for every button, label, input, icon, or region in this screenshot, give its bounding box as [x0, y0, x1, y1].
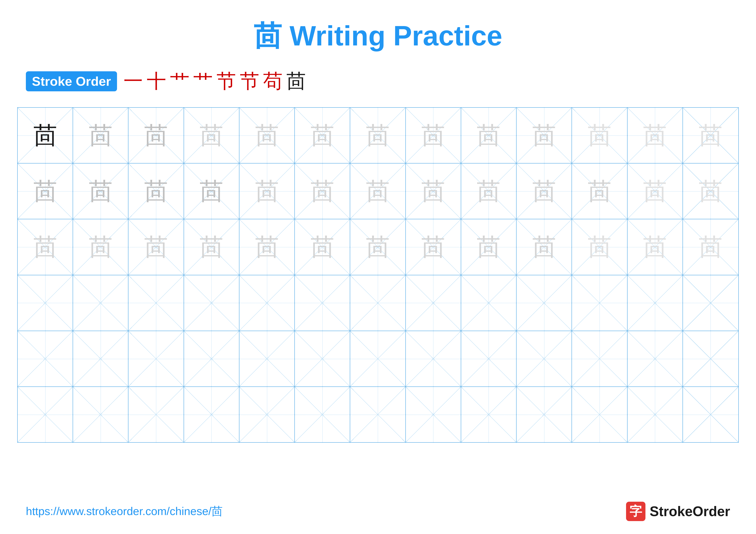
cell-r6-c10[interactable]	[517, 387, 572, 442]
cell-r6-c13[interactable]	[683, 387, 738, 442]
cell-r3-c13[interactable]: 茴	[683, 219, 738, 275]
grid-row-4	[18, 275, 738, 331]
stroke-1: 一	[123, 68, 143, 94]
char-r2-c10: 茴	[532, 179, 556, 203]
cell-r3-c5[interactable]: 茴	[239, 219, 295, 275]
cell-r3-c3[interactable]: 茴	[128, 219, 184, 275]
cell-r5-c10[interactable]	[517, 331, 572, 387]
cell-r6-c9[interactable]	[461, 387, 517, 442]
cell-r2-c9[interactable]: 茴	[461, 164, 517, 219]
cell-r5-c7[interactable]	[350, 331, 406, 387]
cell-r6-c12[interactable]	[628, 387, 683, 442]
cell-r2-c13[interactable]: 茴	[683, 164, 738, 219]
char-r3-c5: 茴	[255, 235, 279, 259]
cell-r5-c8[interactable]	[406, 331, 461, 387]
cell-r1-c4[interactable]: 茴	[184, 108, 239, 163]
cell-r1-c6[interactable]: 茴	[295, 108, 350, 163]
cell-r5-c9[interactable]	[461, 331, 517, 387]
cell-r4-c7[interactable]	[350, 275, 406, 331]
cell-r5-c12[interactable]	[628, 331, 683, 387]
title-chinese-char: 茴	[254, 20, 282, 51]
cell-r4-c9[interactable]	[461, 275, 517, 331]
cell-r1-c13[interactable]: 茴	[683, 108, 738, 163]
cell-r4-c4[interactable]	[184, 275, 239, 331]
cell-r4-c13[interactable]	[683, 275, 738, 331]
stroke-8: 茴	[286, 68, 306, 94]
char-r1-c8: 茴	[421, 124, 445, 147]
cell-r4-c8[interactable]	[406, 275, 461, 331]
cell-r2-c12[interactable]: 茴	[628, 164, 683, 219]
cell-r1-c2[interactable]: 茴	[73, 108, 128, 163]
cell-r4-c2[interactable]	[73, 275, 128, 331]
cell-r2-c3[interactable]: 茴	[128, 164, 184, 219]
cell-r5-c3[interactable]	[128, 331, 184, 387]
cell-r6-c1[interactable]	[18, 387, 73, 442]
cell-r6-c3[interactable]	[128, 387, 184, 442]
cell-r6-c4[interactable]	[184, 387, 239, 442]
cell-r5-c13[interactable]	[683, 331, 738, 387]
char-r2-c4: 茴	[200, 179, 223, 203]
cell-r3-c8[interactable]: 茴	[406, 219, 461, 275]
cell-r5-c11[interactable]	[572, 331, 627, 387]
stroke-order-chars: 一 十 艹 艹 节 节 苟 茴	[123, 68, 306, 94]
cell-r3-c7[interactable]: 茴	[350, 219, 406, 275]
cell-r3-c6[interactable]: 茴	[295, 219, 350, 275]
cell-r2-c7[interactable]: 茴	[350, 164, 406, 219]
cell-r1-c3[interactable]: 茴	[128, 108, 184, 163]
cell-r2-c5[interactable]: 茴	[239, 164, 295, 219]
cell-r1-c5[interactable]: 茴	[239, 108, 295, 163]
cell-r3-c2[interactable]: 茴	[73, 219, 128, 275]
cell-r2-c10[interactable]: 茴	[517, 164, 572, 219]
cell-r5-c6[interactable]	[295, 331, 350, 387]
char-r3-c6: 茴	[310, 235, 334, 259]
cell-r3-c11[interactable]: 茴	[572, 219, 627, 275]
cell-r1-c11[interactable]: 茴	[572, 108, 627, 163]
char-r1-c1: 茴	[33, 124, 57, 147]
char-r2-c13: 茴	[699, 179, 722, 203]
cell-r4-c5[interactable]	[239, 275, 295, 331]
cell-r5-c5[interactable]	[239, 331, 295, 387]
cell-r5-c2[interactable]	[73, 331, 128, 387]
cell-r4-c3[interactable]	[128, 275, 184, 331]
char-r1-c3: 茴	[144, 124, 168, 147]
cell-r2-c1[interactable]: 茴	[18, 164, 73, 219]
cell-r4-c12[interactable]	[628, 275, 683, 331]
cell-r6-c7[interactable]	[350, 387, 406, 442]
cell-r4-c1[interactable]	[18, 275, 73, 331]
cell-r1-c1[interactable]: 茴	[18, 108, 73, 163]
cell-r2-c8[interactable]: 茴	[406, 164, 461, 219]
cell-r1-c12[interactable]: 茴	[628, 108, 683, 163]
cell-r1-c10[interactable]: 茴	[517, 108, 572, 163]
footer-url[interactable]: https://www.strokeorder.com/chinese/茴	[26, 504, 223, 519]
cell-r4-c11[interactable]	[572, 275, 627, 331]
cell-r6-c2[interactable]	[73, 387, 128, 442]
cell-r5-c4[interactable]	[184, 331, 239, 387]
cell-r1-c7[interactable]: 茴	[350, 108, 406, 163]
cell-r1-c8[interactable]: 茴	[406, 108, 461, 163]
cell-r6-c11[interactable]	[572, 387, 627, 442]
cell-r6-c8[interactable]	[406, 387, 461, 442]
cell-r4-c6[interactable]	[295, 275, 350, 331]
cell-r3-c10[interactable]: 茴	[517, 219, 572, 275]
cell-r6-c5[interactable]	[239, 387, 295, 442]
cell-r6-c6[interactable]	[295, 387, 350, 442]
char-r1-c12: 茴	[643, 124, 667, 147]
cell-r2-c11[interactable]: 茴	[572, 164, 627, 219]
cell-r2-c6[interactable]: 茴	[295, 164, 350, 219]
cell-r3-c4[interactable]: 茴	[184, 219, 239, 275]
stroke-4: 艹	[193, 68, 213, 94]
cell-r2-c2[interactable]: 茴	[73, 164, 128, 219]
cell-r3-c12[interactable]: 茴	[628, 219, 683, 275]
char-r3-c12: 茴	[643, 235, 667, 259]
cell-r3-c1[interactable]: 茴	[18, 219, 73, 275]
cell-r5-c1[interactable]	[18, 331, 73, 387]
char-r2-c7: 茴	[366, 179, 390, 203]
cell-r4-c10[interactable]	[517, 275, 572, 331]
char-r3-c4: 茴	[200, 235, 223, 259]
char-r2-c11: 茴	[588, 179, 611, 203]
char-r3-c2: 茴	[89, 235, 113, 259]
cell-r3-c9[interactable]: 茴	[461, 219, 517, 275]
cell-r2-c4[interactable]: 茴	[184, 164, 239, 219]
grid-row-5	[18, 331, 738, 387]
cell-r1-c9[interactable]: 茴	[461, 108, 517, 163]
